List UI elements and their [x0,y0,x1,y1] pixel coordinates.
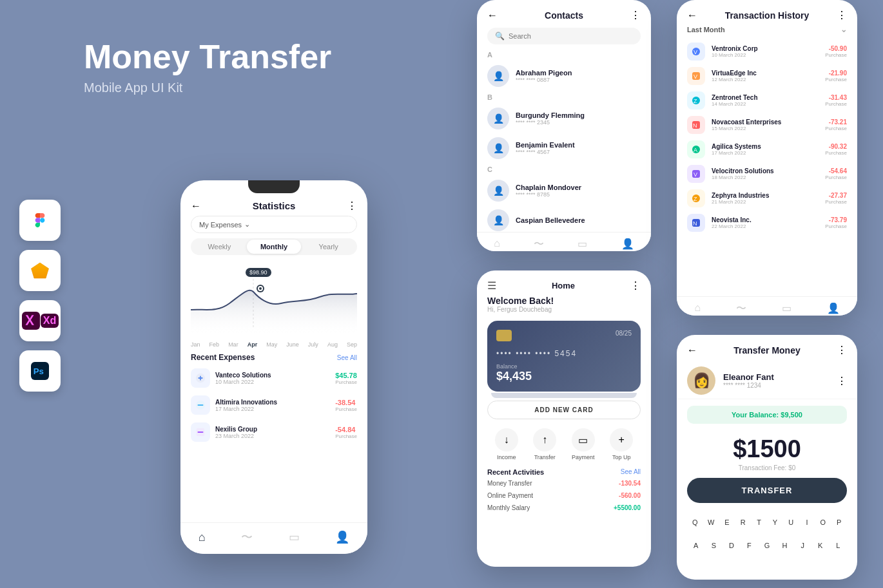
chevron-down-icon: ⌄ [244,220,250,229]
transfer-back-icon[interactable]: ← [687,345,697,356]
svg-text:V: V [694,73,697,80]
search-input[interactable] [509,32,633,40]
recipient-avatar: 👩 [687,366,715,395]
key-w[interactable]: W [703,513,719,531]
expenses-dropdown[interactable]: My Expenses ⌄ [191,216,357,233]
history-title: Transaction History [725,10,810,21]
tx-right-1: -50.90 Purchase [825,45,847,58]
key-f[interactable]: F [741,536,759,555]
recipient-more-icon[interactable]: ⋮ [837,375,847,387]
topup-action[interactable]: + Top Up [610,428,633,460]
back-icon[interactable]: ← [191,200,201,212]
key-d[interactable]: D [723,536,741,555]
transfer-more-icon[interactable]: ⋮ [837,344,847,356]
welcome-section: Welcome Back! Hi, Fergus Douchebag [477,296,651,316]
history-more-icon[interactable]: ⋮ [837,9,847,21]
month-sep: Sep [347,341,357,348]
recipient-name: Eleanor Fant [723,372,774,382]
key-t[interactable]: T [751,513,767,531]
tx-logo-7: Z [687,189,705,207]
key-k[interactable]: K [811,536,830,555]
section-c: C [477,163,651,176]
expense-amount-2: -38.54 [335,399,357,406]
nav-home-icon[interactable]: ⌂ [199,531,206,544]
tx-info-5: Agilica Systems 17 March 2022 [712,143,819,156]
bottom-nav-stats: ⌂ 〜 ▭ 👤 [180,522,367,554]
key-j[interactable]: J [793,536,811,555]
nav-activity-icon[interactable]: 〜 [241,529,253,545]
sketch-icon[interactable] [19,250,61,291]
transfer-action[interactable]: ↑ Transfer [533,428,556,460]
section-b: B [477,91,651,104]
nav-home-icon-h[interactable]: ⌂ [694,302,701,316]
nav-activity-icon-c[interactable]: 〜 [534,238,544,251]
more-icon[interactable]: ⋮ [347,200,357,212]
contact-row-chaplain[interactable]: 👤 Chaplain Mondover **** **** 8785 [477,176,651,205]
key-g[interactable]: G [758,536,776,555]
tx-info-6: Velocitron Solutions 18 March 2022 [712,167,819,180]
figma-icon[interactable] [19,200,61,241]
see-all-activities[interactable]: See All [621,468,641,476]
income-action[interactable]: ↓ Income [495,428,518,460]
search-icon: 🔍 [495,32,505,41]
contact-avatar-chaplain: 👤 [487,180,509,202]
key-h[interactable]: H [776,536,794,555]
nav-card-icon[interactable]: ▭ [289,530,300,544]
contact-info-chaplain: Chaplain Mondover **** **** 8785 [516,184,581,198]
tx-logo-6: V [687,165,705,183]
act-amount-3: +5500.00 [614,504,641,511]
key-r[interactable]: R [735,513,751,531]
key-q[interactable]: Q [687,513,703,531]
key-a[interactable]: A [687,536,705,555]
tab-monthly[interactable]: Monthly [247,240,302,254]
tx-info-7: Zephyra Industries 21 March 2022 [712,192,819,205]
payment-card: 08/25 •••• •••• •••• 5454 Balance $4,435 [487,321,641,392]
expense-name-3: Nexilis Group [215,426,330,433]
key-e[interactable]: E [719,513,735,531]
key-y[interactable]: Y [767,513,783,531]
tab-weekly[interactable]: Weekly [192,240,247,254]
key-l[interactable]: L [830,536,848,555]
key-s[interactable]: S [705,536,723,555]
contact-row-abraham[interactable]: 👤 Abraham Pigeon **** **** 0887 [477,61,651,91]
nav-profile-icon-h[interactable]: 👤 [827,302,840,316]
recipient-row: 👩 Eleanor Fant **** **** 1234 ⋮ [677,363,857,399]
see-all-expenses[interactable]: See All [337,354,357,361]
key-u[interactable]: U [783,513,799,531]
key-p[interactable]: P [831,513,847,531]
key-o[interactable]: O [815,513,831,531]
contact-row-benjamin[interactable]: 👤 Benjamin Evalent **** **** 4567 [477,133,651,163]
payment-action[interactable]: ▭ Payment [572,428,595,460]
home-more-icon[interactable]: ⋮ [630,280,641,292]
nav-home-icon-c[interactable]: ⌂ [494,238,500,251]
nav-card-icon-h[interactable]: ▭ [782,302,791,316]
key-i[interactable]: I [799,513,815,531]
hero-title: Money Transfer [84,39,331,75]
contact-row-burgundy[interactable]: 👤 Burgundy Flemming **** **** 2345 [477,104,651,133]
bottom-nav-contacts: ⌂ 〜 ▭ 👤 [477,232,651,251]
transfer-button[interactable]: TRANSFER [687,478,847,503]
nav-activity-icon-h[interactable]: 〜 [736,302,746,316]
expense-amount-wrapper-2: -38.54 Purchase [335,399,357,412]
contact-row-caspian[interactable]: 👤 Caspian Bellevedere [477,205,651,235]
history-back-icon[interactable]: ← [687,10,697,21]
contacts-back-icon[interactable]: ← [487,10,498,21]
xd-icon[interactable]: Xd [19,300,61,341]
ps-icon[interactable]: Ps [19,350,61,392]
act-name-3: Monthly Salary [487,504,530,511]
tx-item-3: Z Zentronet Tech 14 March 2022 -31.43 Pu… [677,88,857,113]
nav-profile-icon-c[interactable]: 👤 [621,238,634,251]
dropdown-label: My Expenses [199,221,242,229]
chevron-down-icon-h[interactable]: ⌄ [840,25,847,34]
contacts-more-icon[interactable]: ⋮ [630,9,641,21]
nav-card-icon-c[interactable]: ▭ [577,238,587,251]
search-bar[interactable]: 🔍 [487,28,641,44]
act-name-1: Money Transfer [487,480,532,487]
svg-marker-1 [32,263,49,278]
transfer-fee: Transaction Fee: $0 [677,464,857,471]
add-card-button[interactable]: ADD NEW CARD [487,401,641,419]
contact-avatar-benjamin: 👤 [487,137,509,159]
menu-icon[interactable]: ☰ [487,280,496,292]
nav-profile-icon[interactable]: 👤 [335,530,349,544]
tab-yearly[interactable]: Yearly [301,240,356,254]
